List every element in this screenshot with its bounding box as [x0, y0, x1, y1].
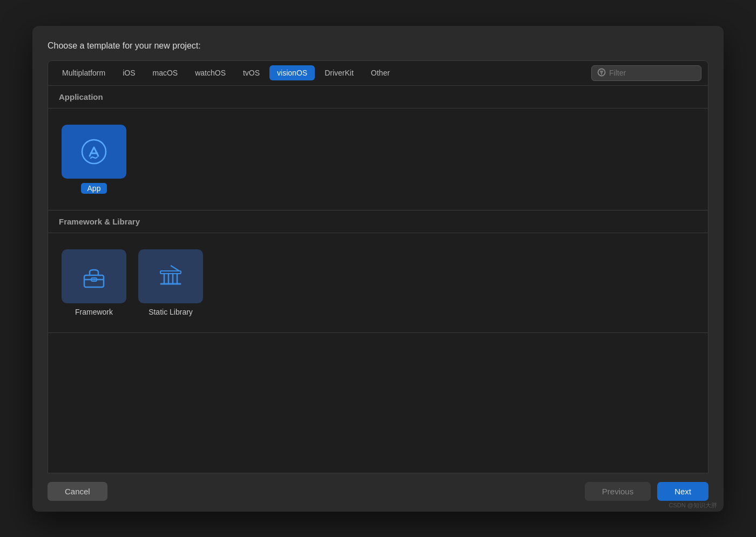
filter-icon [597, 68, 606, 78]
template-item-framework[interactable]: Framework [59, 244, 129, 322]
tab-ios[interactable]: iOS [115, 65, 143, 80]
filter-input[interactable] [609, 69, 696, 77]
watermark: CSDN @知识大胖 [669, 501, 717, 509]
framework-section-header: Framework & Library [48, 210, 708, 233]
static-library-icon-box [138, 249, 203, 303]
tab-multiplatform[interactable]: Multiplatform [55, 65, 113, 80]
template-item-static-library[interactable]: Static Library [136, 244, 206, 322]
cancel-button[interactable]: Cancel [48, 482, 107, 501]
framework-grid: Framework [48, 233, 708, 333]
navigation-buttons: Previous Next [585, 482, 708, 501]
content-area: Application App Framew [48, 86, 708, 473]
template-item-app[interactable]: App [59, 119, 129, 199]
application-section-header: Application [48, 86, 708, 108]
framework-label: Framework [75, 308, 113, 316]
tab-other[interactable]: Other [363, 65, 397, 80]
static-library-label: Static Library [148, 308, 193, 316]
bottom-bar: Cancel Previous Next [48, 482, 708, 501]
next-button[interactable]: Next [657, 482, 708, 501]
tab-macos[interactable]: macOS [145, 65, 185, 80]
tab-watchos[interactable]: watchOS [187, 65, 233, 80]
framework-icon-box [62, 249, 126, 303]
tab-driverkit[interactable]: DriverKit [317, 65, 361, 80]
tab-tvos[interactable]: tvOS [235, 65, 267, 80]
previous-button[interactable]: Previous [585, 482, 651, 501]
new-project-dialog: Choose a template for your new project: … [32, 26, 724, 512]
tab-bar: Multiplatform iOS macOS watchOS tvOS vis… [48, 60, 708, 86]
application-grid: App [48, 108, 708, 210]
tab-visionos[interactable]: visionOS [269, 65, 315, 80]
app-label: App [81, 183, 107, 194]
filter-container [591, 65, 701, 81]
svg-point-4 [82, 140, 106, 164]
dialog-title: Choose a template for your new project: [48, 41, 708, 51]
app-icon-box [62, 125, 126, 179]
